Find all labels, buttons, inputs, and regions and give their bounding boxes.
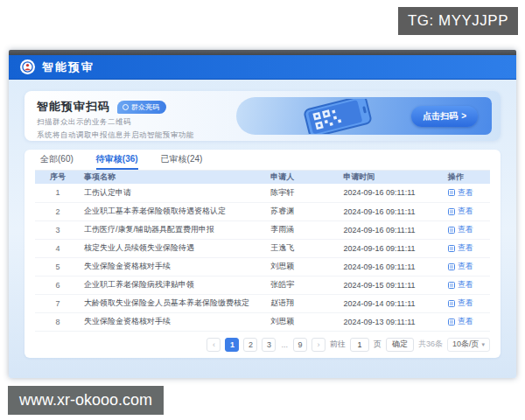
table-row: 1 工伤认定申请 陈宇轩 2024-09-16 09:11:11 查看 [35,184,490,202]
view-label: 查看 [458,187,473,199]
page-button-9[interactable]: 9 [293,338,307,352]
cell-item: 企业职工基本养老保险领取待遇资格认定 [80,202,267,220]
page-button-3[interactable]: 3 [262,338,276,352]
view-button[interactable]: 查看 [448,316,473,327]
screenshot-canvas: TG: MYYJJPP 智能预审 智能预审扫码 群众亮码 [0,0,525,420]
cell-no: 5 [35,257,80,276]
table-row: 6 企业职工养老保险病残津贴申领 张皓宇 2024-09-15 09:11:11… [35,276,490,294]
tab-all[interactable]: 全部(60) [40,150,74,170]
cell-applicant: 张皓宇 [267,276,340,294]
table-header-row: 序号 事项名称 申请人 申请时间 操作 [35,171,490,184]
tg-watermark-badge: TG: MYYJJPP [398,7,518,35]
tab-reviewed[interactable]: 已审核(24) [161,150,203,170]
cell-item: 失业保险金资格核对手续 [80,257,267,276]
crowd-code-badge: 群众亮码 [117,101,166,114]
confirm-button[interactable]: 确定 [386,338,414,352]
cell-no: 4 [35,239,80,257]
scan-banner: 智能预审扫码 群众亮码 扫描群众出示的业务二维码 系统将自动调取申报信息并启动智… [24,91,500,141]
view-button[interactable]: 查看 [448,206,473,217]
col-header-no: 序号 [35,171,80,184]
total-count: 共36条 [418,339,443,350]
content-card: 全部(60) 待审核(36) 已审核(24) 序号 事项名称 申请人 申请时间 … [24,150,500,358]
view-icon [448,208,455,215]
view-icon [448,282,455,289]
cell-item: 核定失业人员续领失业保险待遇 [80,239,267,257]
view-icon [448,227,455,234]
page-button-1[interactable]: 1 [225,338,239,352]
cell-no: 2 [35,202,80,220]
cell-time: 2024-09-14 09:11:11 [340,294,444,312]
cell-time: 2024-09-16 09:11:11 [340,239,444,257]
col-header-action: 操作 [444,171,490,184]
page-ellipsis: ... [280,340,289,349]
cell-applicant: 苏睿渊 [267,202,340,220]
view-icon [448,300,455,307]
table-row: 7 大龄领取失业保险金人员基本养老保险缴费核定 赵语翔 2024-09-14 0… [35,294,490,312]
table-row: 2 企业职工基本养老保险领取待遇资格认定 苏睿渊 2024-09-16 09:1… [35,202,490,220]
col-header-applicant: 申请人 [267,171,340,184]
scan-button-label: 点击扫码 [423,110,458,122]
cell-time: 2024-09-16 09:11:11 [340,220,444,239]
dropdown-chevron-icon: ▾ [481,341,485,348]
view-button[interactable]: 查看 [448,224,473,235]
view-label: 查看 [458,206,473,217]
cell-time: 2024-09-15 09:11:11 [340,276,444,294]
col-header-time: 申请时间 [340,171,444,184]
cell-applicant: 王逸飞 [267,239,340,257]
view-button[interactable]: 查看 [448,242,473,254]
page-jump-input[interactable] [350,338,369,352]
view-label: 查看 [458,242,473,254]
next-page-button[interactable]: › [312,338,326,352]
view-button[interactable]: 查看 [448,261,473,272]
banner-title: 智能预审扫码 [37,99,110,115]
view-icon [448,263,455,270]
phone-qr-illustration [290,99,385,135]
table-row: 8 失业保险金资格核对手续 刘思颖 2024-09-13 09:11:11 查看 [35,312,490,331]
page-size-label: 10条/页 [452,339,480,350]
site-watermark-badge: www.xr-okooo.com [8,386,164,415]
prev-page-button[interactable]: ‹ [206,338,220,352]
view-icon [448,318,455,326]
view-button[interactable]: 查看 [448,279,473,290]
tabs-bar: 全部(60) 待审核(36) 已审核(24) [35,150,490,171]
app-logo-icon [20,60,35,74]
jump-label: 前往 [330,339,346,350]
cell-applicant: 陈宇轩 [267,184,340,202]
view-label: 查看 [458,298,473,309]
cell-time: 2024-09-16 09:11:11 [340,202,444,220]
view-label: 查看 [458,316,473,327]
cell-applicant: 赵语翔 [267,294,340,312]
page-size-select[interactable]: 10条/页 ▾ [447,338,490,352]
view-label: 查看 [458,279,473,290]
pagination: ‹ 1 2 3 ... 9 › 前往 页 确定 共36条 10条/页 ▾ [35,338,490,352]
jump-unit: 页 [374,339,382,350]
view-button[interactable]: 查看 [448,187,473,199]
page-button-2[interactable]: 2 [243,338,257,352]
cell-item: 失业保险金资格核对手续 [80,312,267,331]
crowd-code-badge-label: 群众亮码 [131,102,159,112]
tab-pending-review[interactable]: 待审核(36) [96,150,138,170]
cell-applicant: 刘思颖 [267,312,340,331]
cell-time: 2024-09-13 09:11:11 [340,312,444,331]
scan-button[interactable]: 点击扫码 > [411,106,478,127]
cell-item: 大龄领取失业保险金人员基本养老保险缴费核定 [80,294,267,312]
cell-time: 2024-09-16 09:11:11 [340,257,444,276]
view-label: 查看 [458,224,473,235]
cell-no: 3 [35,220,80,239]
view-icon [448,189,455,196]
cell-item: 企业职工养老保险病残津贴申领 [80,276,267,294]
view-icon [448,245,455,252]
cell-no: 6 [35,276,80,294]
hand-scan-icon [122,104,129,110]
cell-no: 8 [35,312,80,331]
cell-no: 7 [35,294,80,312]
cell-item: 工伤医疗/康复/辅助器具配置费用申报 [80,220,267,239]
approval-table: 序号 事项名称 申请人 申请时间 操作 1 工伤认定申请 陈宇轩 2024-09 [35,171,490,332]
cell-time: 2024-09-16 09:11:11 [340,184,444,202]
cell-no: 1 [35,184,80,202]
view-label: 查看 [458,261,473,272]
col-header-item: 事项名称 [80,171,267,184]
scan-button-arrow-icon: > [461,111,466,121]
cell-applicant: 刘思颖 [267,257,340,276]
view-button[interactable]: 查看 [448,298,473,309]
